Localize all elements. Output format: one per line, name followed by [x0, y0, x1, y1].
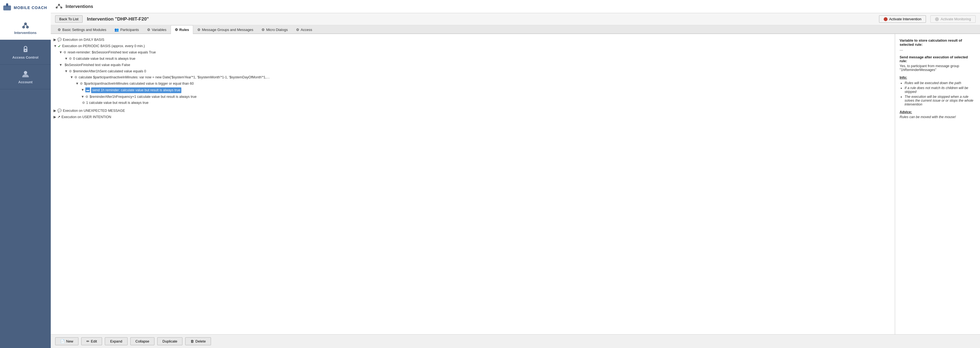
toggle-reset-reminder[interactable]: ▼ [59, 50, 62, 55]
text-1-calculate: 1 calculate value but result is always t… [86, 100, 148, 106]
expand-button[interactable]: Expand [105, 337, 127, 345]
svg-point-10 [24, 71, 27, 74]
edit-label: Edit [91, 339, 97, 343]
tab-micro-dialogs[interactable]: ⚙ Micro Dialogs [257, 25, 292, 34]
text-send-reminder: send 1h reminder: calculate value but re… [91, 87, 181, 93]
toggle-inactive-check[interactable]: ▼ [75, 81, 79, 86]
intervention-title: Intervention "DHP-HIIT-F20" [87, 16, 875, 22]
message-groups-tab-icon: ⚙ [197, 28, 200, 32]
tree-row-session-false[interactable]: ▼ $isSessionFinished text value equals F… [59, 62, 892, 68]
tree-row-reset-reminder[interactable]: ▼ ⚙ reset-reminder: $isSessionFinished t… [59, 49, 892, 55]
icon-0-calculate: ⚙ [69, 56, 72, 61]
tab-rules[interactable]: ⚙ Rules [171, 25, 193, 34]
icon-reset-reminder: ⚙ [64, 50, 67, 55]
new-icon: 📄 [60, 339, 65, 343]
account-icon [21, 70, 30, 78]
icon-calc-inactive: ⚙ [74, 75, 77, 80]
send-message-section: Send message after execution of selected… [900, 55, 975, 72]
sidebar-item-interventions[interactable]: Interventions [0, 15, 51, 40]
toggle-session-false[interactable]: ▼ [59, 62, 62, 68]
tree-row-freq-plus1[interactable]: ▼ ⚙ $reminderAfter1hFrequency+1 calculat… [81, 94, 892, 100]
basic-settings-tab-icon: ⚙ [57, 28, 61, 32]
sidebar-item-access-control-label: Access Control [12, 55, 38, 60]
toggle-calc-inactive[interactable]: ▼ [70, 75, 73, 80]
collapse-button[interactable]: Collapse [130, 337, 155, 345]
icon-1-calculate: ⚙ [82, 100, 85, 105]
text-user-intention: Execution on USER INTENTION [62, 114, 111, 120]
content-area: ▶ 💬 Execution on DAILY BASIS ▼ ✔ Executi… [51, 34, 980, 334]
logo-text: MOBILE COACH [14, 5, 47, 10]
tree-row-daily-basis[interactable]: ▶ 💬 Execution on DAILY BASIS [54, 37, 892, 43]
delete-icon: 🗑 [190, 339, 194, 343]
tree-row-reminder-sent[interactable]: ▼ ⚙ $reminderAfter1hSent calculated valu… [64, 68, 892, 74]
tab-message-groups-label: Message Groups and Messages [202, 28, 253, 32]
tabs-bar: ⚙ Basic Settings and Modules 👥 Participa… [51, 25, 980, 34]
toggle-send-reminder[interactable]: ▼ [81, 87, 84, 93]
back-to-list-button[interactable]: Back To List [55, 15, 83, 23]
text-daily-basis: Execution on DAILY BASIS [63, 37, 104, 43]
new-label: New [66, 339, 73, 343]
icon-unexpected: 💬 [57, 108, 62, 114]
edit-button[interactable]: ✏ Edit [81, 337, 102, 345]
logo-icon [3, 3, 11, 12]
text-reset-reminder: reset-reminder: $isSessionFinished text … [67, 50, 156, 55]
bottom-toolbar: 📄 New ✏ Edit Expand Collapse Duplicate 🗑… [51, 334, 980, 348]
tree-row-unexpected[interactable]: ▶ 💬 Execution on UNEXPECTED MESSAGE [54, 108, 892, 114]
toggle-periodic-basis[interactable]: ▼ [54, 44, 57, 49]
expand-label: Expand [110, 339, 122, 343]
tree-row-calc-inactive[interactable]: ▼ ⚙ calculate $participantInactiveInMinu… [70, 74, 892, 81]
tab-rules-label: Rules [180, 28, 189, 32]
tree-row-send-reminder[interactable]: ▼ ▬ send 1h reminder: calculate value bu… [81, 87, 892, 94]
tab-participants[interactable]: 👥 Participants [110, 25, 143, 34]
svg-point-9 [25, 50, 26, 51]
collapse-label: Collapse [135, 339, 150, 343]
icon-user-intention: ↗ [57, 114, 60, 120]
sidebar: MOBILE COACH Interventions Access Contro… [0, 0, 51, 348]
tab-variables[interactable]: ⚙ Variables [143, 25, 170, 34]
tree-row-0-calculate[interactable]: ▼ ⚙ 0 calculate value but result is alwa… [64, 55, 892, 62]
advice-text: Rules can be moved with the mouse! [900, 115, 975, 119]
participants-tab-icon: 👥 [115, 28, 119, 32]
svg-line-15 [59, 5, 61, 7]
tab-access[interactable]: ⚙ Access [292, 25, 317, 34]
tab-access-label: Access [301, 28, 312, 32]
toggle-0-calculate[interactable]: ▼ [64, 56, 68, 62]
toggle-daily-basis[interactable]: ▶ [54, 37, 56, 43]
text-0-calculate: 0 calculate value but result is always t… [73, 56, 135, 62]
tree-row-1-calculate[interactable]: ⚙ 1 calculate value but result is always… [81, 100, 892, 106]
text-session-false: $isSessionFinished text value equals Fal… [64, 62, 130, 68]
svg-rect-2 [6, 5, 8, 6]
send-message-value: Yes, to participant from message group "… [900, 64, 975, 72]
info-item-0: Rules will be executed down the path [905, 81, 975, 85]
access-tab-icon: ⚙ [296, 28, 299, 32]
tab-basic-settings[interactable]: ⚙ Basic Settings and Modules [54, 25, 110, 34]
duplicate-button[interactable]: Duplicate [157, 337, 183, 345]
tree-row-periodic-basis[interactable]: ▼ ✔ Execution on PERIODIC BASIS (approx.… [54, 43, 892, 50]
delete-button[interactable]: 🗑 Delete [185, 337, 211, 345]
new-button[interactable]: 📄 New [55, 337, 78, 345]
toggle-user-intention[interactable]: ▶ [54, 114, 56, 120]
text-unexpected: Execution on UNEXPECTED MESSAGE [63, 108, 125, 114]
icon-send-reminder: ▬ [85, 87, 90, 93]
tab-variables-label: Variables [152, 28, 166, 32]
activate-intervention-button[interactable]: Activate Intervention [879, 15, 926, 23]
var-result-label: Variable to store calculation result of … [900, 38, 975, 47]
sidebar-item-account[interactable]: Account [0, 65, 51, 89]
activate-monitoring-dot [935, 17, 939, 21]
micro-dialogs-tab-icon: ⚙ [261, 28, 265, 32]
sidebar-item-access-control[interactable]: Access Control [0, 40, 51, 65]
tab-message-groups[interactable]: ⚙ Message Groups and Messages [193, 25, 257, 34]
toggle-freq-plus1[interactable]: ▼ [81, 94, 84, 100]
svg-line-14 [57, 5, 59, 7]
toggle-reminder-sent[interactable]: ▼ [64, 69, 68, 74]
tree-row-inactive-check[interactable]: ▼ ⚙ $participantInactiveInMinutes calcul… [75, 81, 892, 87]
tree-row-user-intention[interactable]: ▶ ↗ Execution on USER INTENTION [54, 114, 892, 120]
interventions-icon [21, 20, 30, 29]
toggle-unexpected[interactable]: ▶ [54, 108, 56, 114]
icon-daily-basis: 💬 [57, 37, 62, 43]
activate-monitoring-label: Activate Monitoring [940, 17, 971, 21]
activate-monitoring-button[interactable]: Activate Monitoring [930, 15, 975, 23]
delete-label: Delete [195, 339, 206, 343]
info-item-1: If a rule does not match its children wi… [905, 86, 975, 94]
tab-participants-label: Participants [120, 28, 139, 32]
